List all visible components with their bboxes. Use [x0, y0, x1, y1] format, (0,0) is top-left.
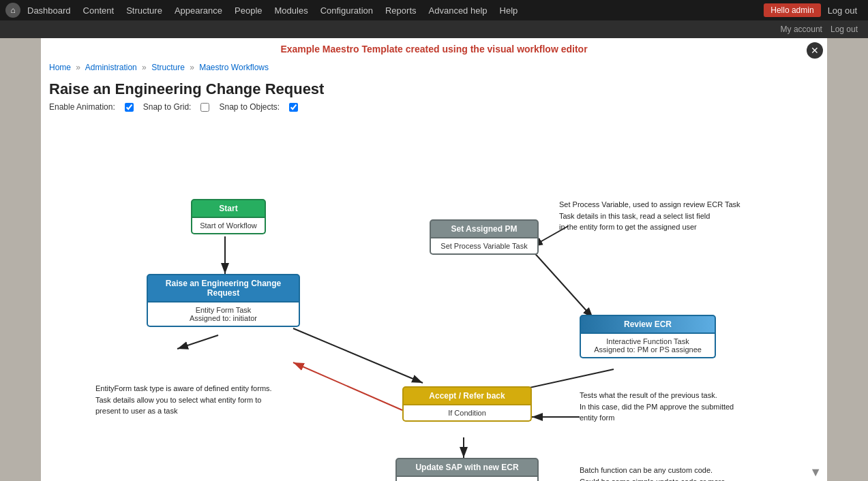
raise-ecr-header: Raise an Engineering Change Request: [147, 274, 300, 302]
review-ecr-node[interactable]: Review ECR Interactive Function Task Ass…: [580, 315, 716, 358]
page-title: Raise an Engineering Change Request: [49, 80, 819, 98]
my-account-link[interactable]: My account: [781, 25, 822, 34]
banner-text: Example Maestro Template created using t…: [41, 38, 827, 60]
set-assigned-pm-node[interactable]: Set Assigned PM Set Process Variable Tas…: [430, 219, 539, 255]
accept-refer-header: Accept / Refer back: [402, 386, 532, 405]
accept-refer-body: If Condition: [402, 405, 532, 422]
annotation-if-condition: Tests what the result of the previous ta…: [580, 390, 774, 424]
review-ecr-header: Review ECR: [580, 315, 716, 334]
nav-structure[interactable]: Structure: [121, 0, 168, 20]
nav-help[interactable]: Help: [494, 0, 524, 20]
breadcrumb-structure[interactable]: Structure: [151, 63, 185, 72]
top-navigation: ⌂ Dashboard Content Structure Appearance…: [0, 0, 868, 20]
nav-reports[interactable]: Reports: [380, 0, 422, 20]
grid-checkbox[interactable]: [200, 103, 209, 112]
update-sap-body: Batch Function Task: [395, 477, 539, 481]
accept-refer-node[interactable]: Accept / Refer back If Condition: [402, 386, 532, 422]
workflow-canvas: Start Start of Workflow Set Assigned PM …: [41, 117, 827, 481]
raise-ecr-node[interactable]: Raise an Engineering Change Request Enti…: [147, 274, 300, 327]
nav-appearance[interactable]: Appearance: [169, 0, 228, 20]
breadcrumb: Home » Administration » Structure » Maes…: [41, 60, 827, 76]
update-sap-node[interactable]: Update SAP with new ECR Batch Function T…: [395, 458, 539, 481]
grid-label: Snap to Grid:: [143, 102, 192, 112]
breadcrumb-admin[interactable]: Administration: [85, 63, 137, 72]
set-pm-node-header: Set Assigned PM: [430, 219, 539, 238]
nav-people[interactable]: People: [229, 0, 267, 20]
update-sap-header: Update SAP with new ECR: [395, 458, 539, 477]
nav-configuration[interactable]: Configuration: [315, 0, 378, 20]
animation-checkbox[interactable]: [125, 103, 134, 112]
breadcrumb-workflows[interactable]: Maestro Workflows: [199, 63, 269, 72]
secondary-navigation: My account Log out: [0, 20, 868, 38]
secondary-logout-link[interactable]: Log out: [830, 25, 858, 34]
review-ecr-body: Interactive Function Task Assigned to: P…: [580, 334, 716, 358]
animation-label: Enable Animation:: [49, 102, 115, 112]
objects-checkbox[interactable]: [289, 103, 298, 112]
objects-label: Snap to Objects:: [219, 102, 280, 112]
raise-ecr-body: Entity Form Task Assigned to: initiator: [147, 302, 300, 327]
title-area: Raise an Engineering Change Request Enab…: [41, 76, 827, 117]
controls-bar: Enable Animation: Snap to Grid: Snap to …: [49, 102, 819, 112]
annotation-batch: Batch function can be any custom code.Co…: [580, 465, 777, 481]
start-node[interactable]: Start Start of Workflow: [191, 199, 266, 234]
annotation-entity-form: EntityForm task type is aware of defined…: [95, 383, 276, 417]
home-icon[interactable]: ⌂: [5, 3, 20, 18]
logout-link[interactable]: Log out: [822, 5, 863, 16]
nav-advanced-help[interactable]: Advanced help: [423, 0, 493, 20]
annotation-set-pm: Set Process Variable, used to assign rev…: [559, 199, 770, 233]
hello-admin-button[interactable]: Hello admin: [764, 3, 820, 17]
scroll-arrow-icon[interactable]: ▼: [809, 465, 822, 480]
set-pm-node-body: Set Process Variable Task: [430, 238, 539, 255]
nav-modules[interactable]: Modules: [269, 0, 314, 20]
main-content-area: ✕ Example Maestro Template created using…: [41, 38, 827, 481]
nav-dashboard[interactable]: Dashboard: [22, 0, 76, 20]
start-node-header: Start: [191, 199, 266, 218]
close-button[interactable]: ✕: [807, 42, 823, 59]
start-node-body: Start of Workflow: [191, 218, 266, 234]
breadcrumb-home[interactable]: Home: [49, 63, 71, 72]
nav-content[interactable]: Content: [78, 0, 120, 20]
page-background: Maestro Drupalcon ✕ Example Maestro Temp…: [0, 38, 868, 481]
